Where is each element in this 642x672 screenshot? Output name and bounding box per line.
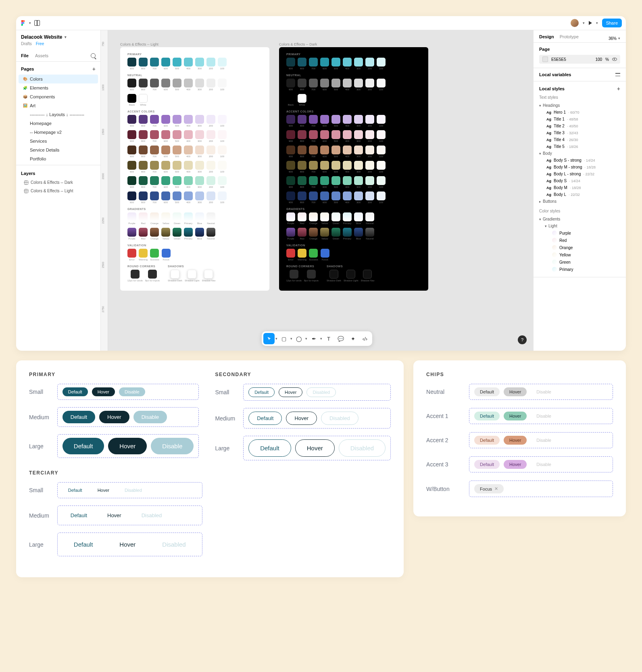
- btn-primary-hover[interactable]: Hover: [108, 438, 147, 454]
- page-item[interactable]: 🧩Elements: [16, 83, 100, 92]
- toolbar: ▾ ▢▾ ◯▾ ✒▾ T 💬 ✦ ‹/›: [262, 331, 372, 346]
- text-style-item[interactable]: AgTitle 1· 48/58: [539, 116, 620, 123]
- chip-neutral-default[interactable]: Default: [474, 387, 500, 396]
- page-item[interactable]: 🖼️Art: [16, 101, 100, 110]
- layer-item[interactable]: Colors & Effects -- Light: [16, 187, 100, 195]
- tab-assets[interactable]: Assets: [35, 50, 48, 61]
- text-style-item[interactable]: AgBody S - strong· 14/24: [539, 157, 620, 164]
- btn-primary-default[interactable]: Default: [63, 387, 88, 396]
- color-style-item[interactable]: Green: [539, 258, 620, 266]
- local-styles: Local styles: [539, 86, 565, 91]
- panel-toggle-icon[interactable]: [34, 20, 40, 26]
- frame-label[interactable]: Colors & Effects -- Dark: [279, 42, 317, 46]
- page-item[interactable]: 🎨Colors: [19, 75, 98, 83]
- layer-item[interactable]: Colors & Effects -- Dark: [16, 178, 100, 187]
- secondary-heading: SECONDARY: [215, 372, 391, 377]
- color-style-item[interactable]: Red: [539, 237, 620, 244]
- chevron-down-icon[interactable]: ▾: [583, 21, 585, 25]
- btn-primary-hover[interactable]: Hover: [92, 387, 115, 396]
- size-small: Small: [29, 389, 49, 395]
- canvas[interactable]: 750100015002000225025002750 Colors & Eff…: [101, 30, 533, 351]
- text-style-item[interactable]: AgTitle 3· 32/43: [539, 129, 620, 136]
- btn-terciary-default[interactable]: Default: [63, 486, 88, 495]
- local-variables[interactable]: Local variables: [539, 72, 571, 77]
- close-icon[interactable]: ✕: [494, 486, 498, 491]
- light-group[interactable]: ▾Light: [539, 223, 620, 229]
- comment-tool[interactable]: 💬: [335, 333, 346, 344]
- plan-badge: Free: [36, 42, 44, 46]
- shape-tool[interactable]: ◯: [293, 333, 304, 344]
- text-style-item[interactable]: AgBody M - strong· 18/28: [539, 164, 620, 171]
- color-style-item[interactable]: Yellow: [539, 251, 620, 258]
- frame-tool[interactable]: ▢: [278, 333, 290, 344]
- btn-secondary-hover[interactable]: Hover: [279, 387, 302, 397]
- page-item[interactable]: Services: [16, 137, 100, 146]
- page-item[interactable]: Portfolio: [16, 154, 100, 163]
- text-tool[interactable]: T: [323, 333, 334, 344]
- btn-secondary-disabled: Disabled: [306, 387, 336, 397]
- text-style-item[interactable]: AgBody L· 22/32: [539, 191, 620, 198]
- tab-prototype[interactable]: Prototype: [560, 34, 579, 42]
- search-icon[interactable]: [91, 53, 96, 58]
- sliders-icon[interactable]: [615, 72, 620, 77]
- chip-a2-default[interactable]: Default: [474, 436, 500, 445]
- chip-a3-default[interactable]: Default: [474, 460, 500, 469]
- btn-primary-default[interactable]: Default: [63, 411, 95, 423]
- text-style-item[interactable]: AgTitle 4· 26/30: [539, 136, 620, 143]
- text-style-item[interactable]: AgTitle 5· 18/26: [539, 143, 620, 150]
- chip-neutral-hover[interactable]: Hover: [504, 387, 527, 396]
- page-item[interactable]: ---------- ↓ Layouts ↓ ----------: [16, 110, 100, 119]
- page-item[interactable]: Homepage: [16, 119, 100, 128]
- visibility-icon[interactable]: [612, 58, 617, 61]
- avatar[interactable]: [571, 19, 579, 27]
- color-style-item[interactable]: Primary: [539, 266, 620, 273]
- text-style-item[interactable]: AgTitle 2· 40/50: [539, 123, 620, 129]
- body-group[interactable]: ▾Body: [539, 150, 620, 157]
- palette-dark-frame[interactable]: PRIMARY900800700600500400300200100NEUTRA…: [279, 47, 428, 291]
- color-style-item[interactable]: Orange: [539, 244, 620, 251]
- layers-header: Layers: [21, 171, 35, 176]
- bg-color-input[interactable]: E5E5E5 100 %: [539, 55, 620, 64]
- color-style-item[interactable]: Purple: [539, 229, 620, 237]
- page-item[interactable]: 📦Components: [16, 92, 100, 101]
- page-item[interactable]: -- Homepage v2: [16, 128, 100, 137]
- gradients-group[interactable]: ▾Gradients: [539, 216, 620, 223]
- title-bar: ▾ ▾ ▾ Share: [16, 16, 626, 30]
- chip-focus[interactable]: Focus✕: [474, 484, 504, 493]
- btn-secondary-default[interactable]: Default: [248, 387, 275, 397]
- figma-logo-icon[interactable]: [20, 20, 26, 26]
- dev-tool[interactable]: ‹/›: [359, 333, 371, 344]
- text-style-item[interactable]: AgBody S· 14/24: [539, 177, 620, 184]
- actions-tool[interactable]: ✦: [347, 333, 359, 344]
- frame-label[interactable]: Colors & Effects -- Light: [120, 42, 158, 46]
- chip-neutral-disabled: Disable: [531, 387, 557, 396]
- btn-primary-hover[interactable]: Hover: [99, 411, 129, 423]
- drafts-label[interactable]: Drafts: [21, 42, 32, 46]
- zoom-selector[interactable]: 36%▾: [609, 34, 620, 42]
- headings-group[interactable]: ▾Headings: [539, 102, 620, 109]
- pen-tool[interactable]: ✒: [308, 333, 319, 344]
- add-style-icon[interactable]: +: [617, 85, 620, 92]
- color-styles-label: Color styles: [539, 209, 620, 213]
- buttons-group[interactable]: ▸Buttons: [539, 198, 620, 205]
- palette-light-frame[interactable]: PRIMARY900800700600500400300200100NEUTRA…: [120, 47, 269, 291]
- tab-design[interactable]: Design: [539, 34, 554, 42]
- btn-primary-default[interactable]: Default: [63, 438, 104, 454]
- figma-app: ▾ ▾ ▾ Share Delacook Website▾ Drafts Fre…: [16, 16, 626, 351]
- page-item[interactable]: Service Details: [16, 146, 100, 154]
- text-style-item[interactable]: AgBody L - strong· 22/32: [539, 171, 620, 177]
- chevron-down-icon[interactable]: ▾: [596, 21, 598, 25]
- add-page-icon[interactable]: +: [92, 66, 96, 72]
- chip-a1-default[interactable]: Default: [474, 412, 500, 420]
- text-style-item[interactable]: AgHero 1· 60/70: [539, 109, 620, 116]
- help-button[interactable]: ?: [518, 335, 527, 344]
- share-button[interactable]: Share: [602, 19, 622, 27]
- move-tool[interactable]: [263, 333, 275, 344]
- chevron-down-icon[interactable]: ▾: [29, 21, 31, 25]
- tab-file[interactable]: File: [21, 50, 29, 61]
- play-icon[interactable]: [589, 21, 592, 25]
- text-style-item[interactable]: AgBody M· 18/28: [539, 184, 620, 191]
- row-neutral: Neutral: [426, 389, 463, 395]
- project-title[interactable]: Delacook Website▾: [16, 30, 100, 41]
- terciary-heading: TERCIARY: [29, 470, 391, 476]
